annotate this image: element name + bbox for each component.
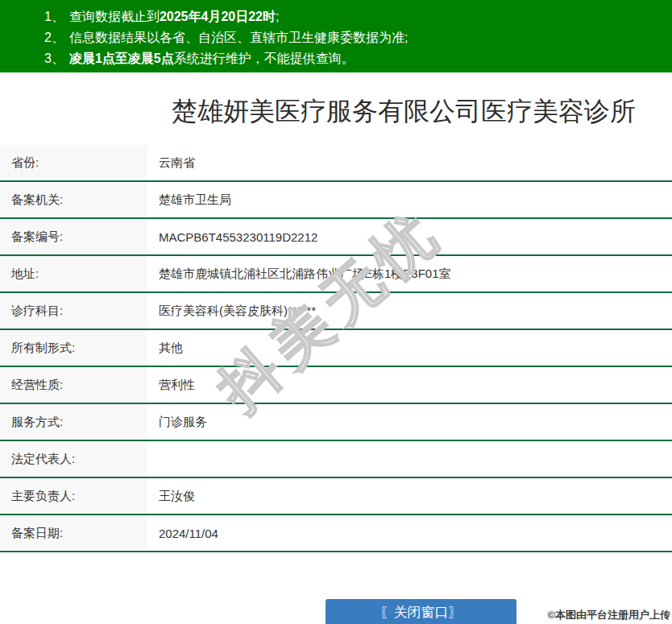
row-value: 营利性 — [147, 367, 672, 403]
table-row-service-mode: 服务方式: 门诊服务 — [0, 404, 672, 441]
notice-line-2: 2、信息数据结果以各省、自治区、直辖市卫生健康委数据为准; — [44, 27, 664, 48]
table-row-address: 地址: 楚雄市鹿城镇北浦社区北浦路伟业广场E栋1楼E3F01室 — [0, 256, 672, 293]
notice-text: 系统进行维护，不能提供查询。 — [174, 52, 355, 65]
row-label: 备案日期: — [0, 515, 147, 551]
row-label: 备案编号: — [0, 219, 147, 254]
uploader-copyright-stamp: ©本图由平台注册用户上传 — [547, 608, 670, 622]
notice-text: 信息数据结果以各省、自治区、直辖市卫生健康委数据为准; — [69, 31, 408, 44]
record-table: 省份: 云南省 备案机关: 楚雄市卫生局 备案编号: MACPB6T455323… — [0, 145, 672, 552]
notice-text-bold: 凌晨1点至凌晨5点 — [69, 52, 174, 65]
row-label: 所有制形式: — [0, 330, 147, 366]
notice-line-1: 1、查询数据截止到2025年4月20日22时; — [44, 6, 664, 27]
row-value: 云南省 — [147, 145, 672, 180]
close-window-button[interactable]: 〖关闭窗口〗 — [326, 599, 516, 624]
row-label: 主要负责人: — [0, 478, 147, 514]
table-row-ownership-form: 所有制形式: 其他 — [0, 330, 672, 367]
row-label: 地址: — [0, 256, 147, 291]
table-row-filing-date: 备案日期: 2024/11/04 — [0, 515, 672, 552]
notice-number: 3、 — [44, 52, 64, 65]
row-value: 其他 — [147, 330, 672, 366]
notice-text-bold: 2025年4月20日22时 — [160, 10, 276, 23]
table-row-filing-number: 备案编号: MACPB6T4553230119D2212 — [0, 219, 672, 256]
table-row-business-nature: 经营性质: 营利性 — [0, 367, 672, 404]
row-value: 医疗美容科(美容皮肤科)****** — [147, 293, 672, 329]
notice-header: 1、查询数据截止到2025年4月20日22时; 2、信息数据结果以各省、自治区、… — [0, 0, 672, 72]
table-row-treatment-subjects: 诊疗科目: 医疗美容科(美容皮肤科)****** — [0, 293, 672, 330]
notice-line-3: 3、凌晨1点至凌晨5点系统进行维护，不能提供查询。 — [44, 48, 664, 69]
notice-text: ; — [276, 10, 279, 23]
page-title: 楚雄妍美医疗服务有限公司医疗美容诊所 — [172, 93, 672, 129]
row-value: 楚雄市卫生局 — [147, 182, 672, 217]
row-value: 门诊服务 — [147, 404, 672, 440]
table-row-filing-authority: 备案机关: 楚雄市卫生局 — [0, 182, 672, 219]
table-row-province: 省份: 云南省 — [0, 145, 672, 182]
table-row-legal-representative: 法定代表人: — [0, 441, 672, 478]
row-label: 服务方式: — [0, 404, 147, 440]
row-value — [147, 441, 672, 477]
row-label: 经营性质: — [0, 367, 147, 403]
row-value: 2024/11/04 — [147, 515, 672, 551]
notice-text: 查询数据截止到 — [69, 10, 160, 23]
table-row-main-person-in-charge: 主要负责人: 王汝俊 — [0, 478, 672, 515]
notice-number: 2、 — [44, 31, 64, 44]
row-label: 备案机关: — [0, 182, 147, 217]
row-label: 法定代表人: — [0, 441, 147, 477]
row-value: 楚雄市鹿城镇北浦社区北浦路伟业广场E栋1楼E3F01室 — [147, 256, 672, 291]
notice-number: 1、 — [44, 10, 64, 23]
row-label: 诊疗科目: — [0, 293, 147, 329]
row-value: 王汝俊 — [147, 478, 672, 514]
row-value: MACPB6T4553230119D2212 — [147, 219, 672, 254]
row-label: 省份: — [0, 145, 147, 180]
